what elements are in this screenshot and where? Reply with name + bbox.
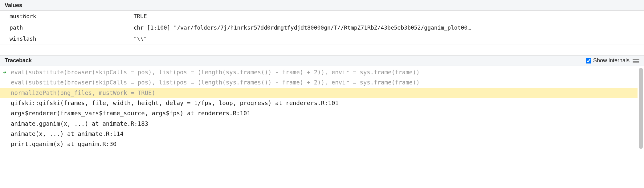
table-row[interactable]: mustWork TRUE [0, 11, 644, 22]
value-value: TRUE [130, 11, 644, 22]
traceback-line[interactable]: args$renderer(frames_vars$frame_source, … [0, 108, 644, 118]
traceback-text: eval(substitute(browser(skipCalls = pos)… [11, 79, 420, 86]
value-name: mustWork [0, 11, 130, 22]
value-name: path [0, 22, 130, 33]
traceback-title: Traceback [5, 57, 32, 64]
traceback-body[interactable]: ➔ eval(substitute(browser(skipCalls = po… [0, 66, 644, 151]
table-row-blank [0, 44, 644, 52]
traceback-controls: Show internals [586, 57, 639, 64]
traceback-line-highlighted[interactable]: normalizePath(png_files, mustWork = TRUE… [0, 88, 638, 98]
show-internals-label[interactable]: Show internals [586, 57, 630, 64]
traceback-text: normalizePath(png_files, mustWork = TRUE… [11, 89, 155, 96]
values-panel: Values mustWork TRUE path chr [1:100] "/… [0, 0, 644, 52]
traceback-text: gifski::gifski(frames, file, width, heig… [11, 100, 339, 106]
traceback-panel: Traceback Show internals ➔ eval(substitu… [0, 55, 644, 151]
current-frame-arrow-icon: ➔ [3, 69, 6, 75]
scrollbar[interactable] [639, 68, 643, 149]
value-value: "\\" [130, 33, 644, 44]
traceback-line[interactable]: print.gganim(x) at gganim.R:30 [0, 139, 644, 149]
traceback-text: print.gganim(x) at gganim.R:30 [11, 141, 116, 147]
value-value: chr [1:100] "/var/folders/7j/h1nrksr57dd… [130, 22, 644, 33]
traceback-text: animate.gganim(x, ...) at animate.R:183 [11, 120, 148, 127]
traceback-text: animate(x, ...) at animate.R:114 [11, 130, 124, 137]
traceback-line[interactable]: gifski::gifski(frames, file, width, heig… [0, 98, 644, 108]
traceback-line[interactable]: eval(substitute(browser(skipCalls = pos)… [0, 77, 644, 88]
traceback-text: eval(substitute(browser(skipCalls = pos)… [11, 69, 420, 76]
traceback-header: Traceback Show internals [0, 55, 644, 66]
table-row[interactable]: winslash "\\" [0, 33, 644, 44]
values-table: mustWork TRUE path chr [1:100] "/var/fol… [0, 11, 644, 52]
traceback-body-wrap: ➔ eval(substitute(browser(skipCalls = po… [0, 66, 644, 151]
collapse-icon[interactable] [633, 59, 639, 63]
show-internals-text: Show internals [593, 57, 630, 64]
table-row[interactable]: path chr [1:100] "/var/folders/7j/h1nrks… [0, 22, 644, 33]
values-header: Values [0, 0, 644, 11]
traceback-line[interactable]: animate.gganim(x, ...) at animate.R:183 [0, 119, 644, 129]
traceback-text: args$renderer(frames_vars$frame_source, … [11, 110, 251, 116]
traceback-line[interactable]: ➔ eval(substitute(browser(skipCalls = po… [0, 67, 644, 77]
traceback-line[interactable]: animate(x, ...) at animate.R:114 [0, 129, 644, 139]
show-internals-checkbox[interactable] [586, 58, 591, 63]
values-title: Values [5, 2, 22, 9]
value-name: winslash [0, 33, 130, 44]
